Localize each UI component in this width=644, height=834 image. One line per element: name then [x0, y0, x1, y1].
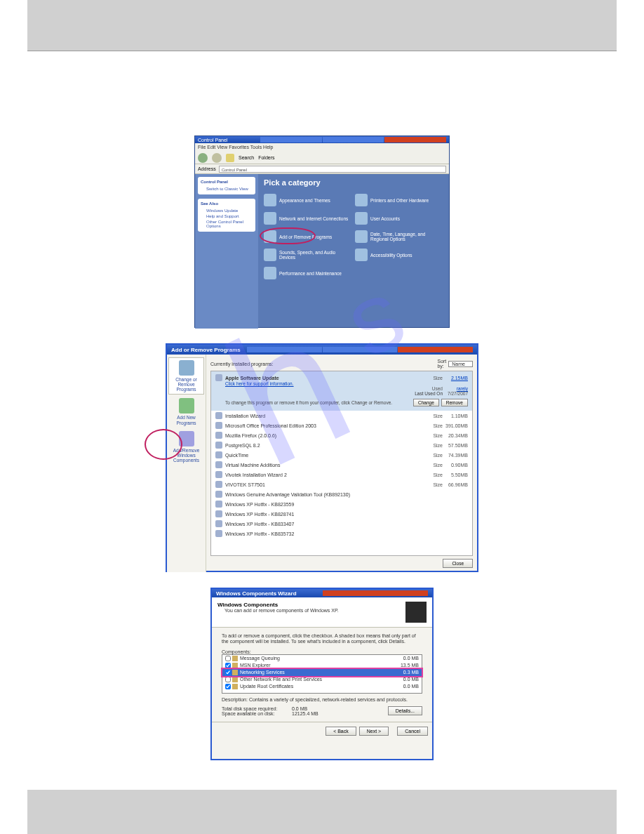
list-item[interactable]: Mozilla Firefox (2.0.0.6)Size20.34MB: [211, 430, 472, 440]
titlebar[interactable]: Control Panel: [195, 136, 449, 143]
program-name: Windows Genuine Advantage Validation Too…: [225, 492, 468, 497]
program-list: Apple Software Update Size 2.15MB Click …: [210, 371, 473, 556]
list-item[interactable]: Virtual Machine AdditionsSize0.90MB: [211, 460, 472, 470]
component-name: Update Root Certificates: [240, 684, 391, 689]
category-accessibility[interactable]: Accessibility Options: [355, 249, 443, 261]
category-users[interactable]: User Accounts: [355, 212, 443, 225]
windows-update-link[interactable]: Windows Update: [201, 208, 253, 213]
list-item[interactable]: VIVOTEK ST7501Size66.96MB: [211, 479, 472, 489]
users-icon: [355, 212, 368, 225]
size-value: 5.50MB: [443, 472, 468, 477]
component-checkbox[interactable]: [225, 663, 231, 668]
category-printers[interactable]: Printers and Other Hardware: [355, 194, 443, 206]
close-icon[interactable]: [398, 347, 473, 352]
menu-bar[interactable]: File Edit View Favorites Tools Help: [195, 143, 449, 152]
list-item-selected[interactable]: Apple Software Update Size 2.15MB Click …: [211, 371, 472, 411]
component-item[interactable]: MSN Explorer13.5 MB: [222, 662, 422, 669]
support-link[interactable]: Click here for support information.: [215, 381, 468, 386]
highlight-circle: [260, 227, 316, 244]
category-appearance[interactable]: Appearance and Themes: [264, 194, 352, 206]
component-checkbox[interactable]: [225, 677, 231, 682]
category-date-time[interactable]: Date, Time, Language, and Regional Optio…: [355, 230, 443, 243]
description-text: Contains a variety of specialized, netwo…: [249, 697, 408, 702]
component-name: Networking Services: [240, 670, 391, 675]
network-icon: [264, 212, 276, 225]
category-performance[interactable]: Performance and Maintenance: [264, 267, 352, 279]
minimize-icon[interactable]: [247, 347, 322, 352]
remove-button[interactable]: Remove: [441, 399, 468, 406]
close-icon[interactable]: [384, 137, 446, 143]
address-label: Address: [198, 166, 216, 171]
category-network[interactable]: Network and Internet Connections: [264, 212, 352, 225]
size-value: 1.10MB: [443, 413, 468, 418]
list-item[interactable]: Windows XP Hotfix - KB835732: [211, 529, 472, 538]
minimize-icon[interactable]: [260, 137, 322, 143]
other-options-link[interactable]: Other Control Panel Options: [201, 219, 253, 229]
window-title: Control Panel: [198, 138, 260, 143]
program-icon: [215, 530, 222, 537]
space-available-value: 12125.4 MB: [292, 711, 318, 716]
program-name: Windows XP Hotfix - KB835732: [225, 531, 468, 536]
list-item[interactable]: Windows XP Hotfix - KB833407: [211, 519, 472, 529]
program-icon: [215, 481, 222, 488]
list-item[interactable]: Windows XP Hotfix - KB823559: [211, 499, 472, 509]
category-sounds[interactable]: Sounds, Speech, and Audio Devices: [264, 249, 352, 261]
category-add-remove[interactable]: Add or Remove Programs: [264, 230, 352, 243]
search-button[interactable]: Search: [239, 155, 254, 160]
list-item[interactable]: Windows XP Hotfix - KB828741: [211, 509, 472, 519]
close-button[interactable]: Close: [443, 559, 473, 568]
cancel-button[interactable]: Cancel: [397, 727, 428, 736]
component-checkbox[interactable]: [225, 684, 231, 689]
component-item[interactable]: Other Network File and Print Services0.0…: [222, 676, 422, 683]
component-checkbox[interactable]: [225, 670, 231, 675]
switch-classic-view-link[interactable]: Switch to Classic View: [201, 186, 253, 192]
program-name: Windows XP Hotfix - KB823559: [225, 502, 468, 507]
maximize-icon[interactable]: [323, 137, 384, 143]
component-item[interactable]: Message Queuing0.0 MB: [222, 655, 422, 662]
component-icon: [232, 684, 238, 689]
used-value: rarely: [443, 386, 468, 391]
list-item[interactable]: Microsoft Office Professional Edition 20…: [211, 421, 472, 430]
list-item[interactable]: QuickTimeSize74.39MB: [211, 450, 472, 460]
main-panel: Currently installed programs: Sort by: N…: [206, 355, 477, 572]
sidebar-item-add-new[interactable]: Add New Programs: [168, 396, 204, 427]
up-icon[interactable]: [226, 154, 234, 162]
last-used-label: Last Used On: [415, 391, 443, 396]
titlebar[interactable]: Windows Components Wizard: [212, 589, 432, 597]
size-label: Size: [426, 433, 443, 438]
component-item[interactable]: Update Root Certificates0.0 MB: [222, 683, 422, 690]
list-item[interactable]: Windows Genuine Advantage Validation Too…: [211, 489, 472, 499]
sort-dropdown[interactable]: Name: [448, 361, 473, 367]
program-name: Microsoft Office Professional Edition 20…: [225, 423, 426, 428]
forward-icon[interactable]: [212, 153, 222, 163]
program-name: Mozilla Firefox (2.0.0.6): [225, 433, 426, 438]
change-button[interactable]: Change: [413, 399, 439, 406]
program-name: Apple Software Update: [225, 376, 426, 380]
size-label: Size: [426, 482, 443, 487]
program-name: VIVOTEK ST7501: [225, 482, 426, 487]
program-icon: [215, 451, 222, 458]
titlebar[interactable]: Add or Remove Programs: [167, 345, 477, 355]
list-item[interactable]: Vivotek Installation Wizard 2Size5.50MB: [211, 470, 472, 479]
component-size: 0.0 MB: [391, 656, 419, 661]
component-checkbox[interactable]: [225, 656, 231, 661]
help-support-link[interactable]: Help and Support: [201, 213, 253, 219]
size-label: Size: [426, 463, 443, 468]
back-icon[interactable]: [198, 153, 208, 163]
program-icon: [215, 471, 222, 478]
close-icon[interactable]: [323, 590, 429, 596]
component-item[interactable]: Networking Services0.3 MB: [222, 669, 422, 676]
components-list: Message Queuing0.0 MBMSN Explorer13.5 MB…: [222, 654, 422, 694]
sidebar-item-change-remove[interactable]: Change or Remove Programs: [168, 357, 204, 395]
component-name: Other Network File and Print Services: [240, 677, 391, 682]
details-button[interactable]: Details...: [388, 706, 422, 715]
address-input[interactable]: Control Panel: [219, 166, 446, 173]
list-item[interactable]: Installation WizardSize1.10MB: [211, 411, 472, 421]
maximize-icon[interactable]: [323, 347, 398, 352]
installed-label: Currently installed programs:: [210, 362, 437, 366]
list-item[interactable]: PostgreSQL 8.2Size57.50MB: [211, 440, 472, 450]
folders-button[interactable]: Folders: [258, 155, 274, 160]
back-button[interactable]: < Back: [326, 727, 356, 736]
next-button[interactable]: Next >: [359, 727, 389, 736]
sidebar-box-title: See Also: [201, 201, 253, 206]
